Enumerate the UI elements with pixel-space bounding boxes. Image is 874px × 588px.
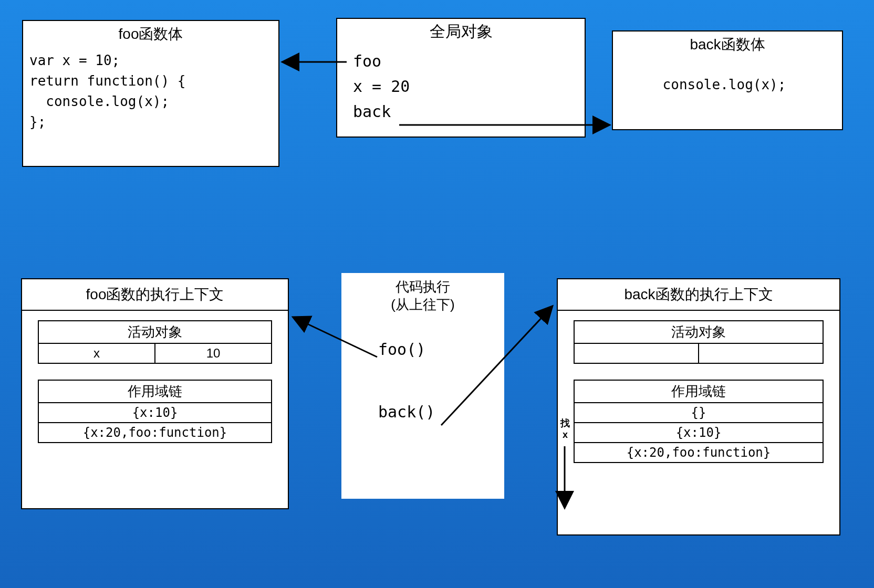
back-body-title: back函数体 (613, 32, 842, 59)
foo-scope-row-2: {x:20,foo:function} (39, 423, 271, 442)
code-exec-title-line2: (从上往下) (391, 297, 454, 312)
back-scope-row-1: {} (575, 403, 823, 423)
code-exec-box: 代码执行 (从上往下) foo() back() (341, 273, 504, 499)
back-ao-val (699, 344, 823, 363)
back-scope-row-3: {x:20,foo:function} (575, 443, 823, 462)
code-exec-calls: foo() back() (341, 318, 504, 422)
foo-body-title: foo函数体 (23, 21, 278, 48)
global-object-title: 全局对象 (337, 19, 585, 47)
back-body-box: back函数体 console.log(x); (612, 30, 843, 130)
code-exec-call-foo: foo() (378, 339, 504, 360)
back-scope-title: 作用域链 (575, 381, 823, 403)
global-x-label: x = 20 (353, 77, 410, 96)
back-context-title: back函数的执行上下文 (558, 279, 839, 311)
back-ao-row (575, 344, 823, 363)
find-x-label: 找 x (560, 418, 570, 440)
back-context-box: back函数的执行上下文 活动对象 作用域链 {} {x:10} {x:20,f… (557, 278, 840, 536)
back-ao-title: 活动对象 (575, 321, 823, 344)
back-scope-chain: 作用域链 {} {x:10} {x:20,foo:function} (574, 380, 824, 463)
code-exec-title-line1: 代码执行 (396, 279, 450, 295)
global-object-box: 全局对象 foo x = 20 back (336, 18, 586, 138)
foo-ao-title: 活动对象 (39, 321, 271, 344)
code-exec-title: 代码执行 (从上往下) (341, 273, 504, 318)
foo-ao-key: x (39, 344, 155, 363)
back-body-code: console.log(x); (613, 59, 842, 97)
code-exec-call-back: back() (378, 402, 504, 422)
foo-ao-row: x 10 (39, 344, 271, 363)
global-foo-label: foo (353, 52, 381, 70)
back-scope-row-2: {x:10} (575, 423, 823, 443)
global-object-code: foo x = 20 back (337, 47, 585, 127)
foo-scope-row-1: {x:10} (39, 403, 271, 423)
foo-active-object: 活动对象 x 10 (38, 320, 272, 364)
back-ao-key (575, 344, 699, 363)
back-active-object: 活动对象 (574, 320, 824, 364)
foo-body-box: foo函数体 var x = 10; return function() { c… (22, 20, 279, 167)
foo-context-box: foo函数的执行上下文 活动对象 x 10 作用域链 {x:10} {x:20,… (21, 278, 289, 509)
foo-scope-chain: 作用域链 {x:10} {x:20,foo:function} (38, 380, 272, 443)
global-back-label: back (353, 102, 391, 121)
foo-context-title: foo函数的执行上下文 (22, 279, 288, 311)
foo-body-code: var x = 10; return function() { console.… (23, 48, 278, 134)
foo-ao-val: 10 (155, 344, 271, 363)
foo-scope-title: 作用域链 (39, 381, 271, 403)
